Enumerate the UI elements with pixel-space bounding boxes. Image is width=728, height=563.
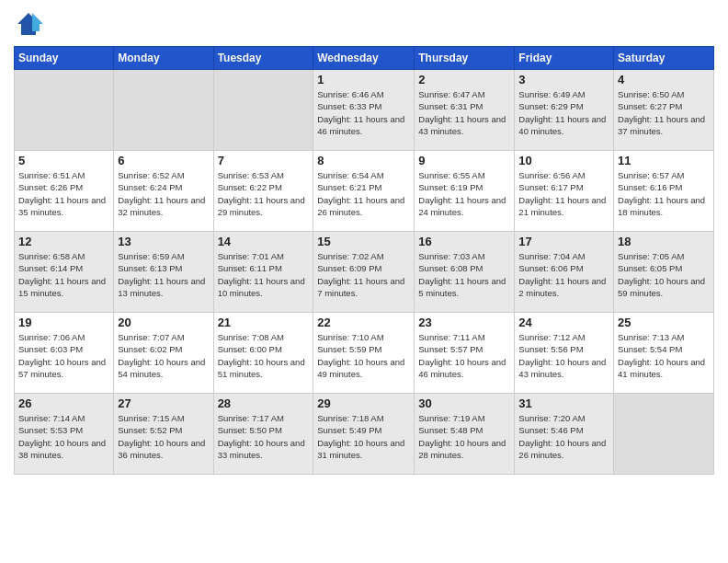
day-number: 1	[317, 73, 410, 86]
calendar-week-row-3: 12Sunrise: 6:58 AM Sunset: 6:14 PM Dayli…	[15, 232, 714, 313]
day-info: Sunrise: 7:08 AM Sunset: 6:00 PM Dayligh…	[218, 331, 310, 380]
day-info: Sunrise: 7:02 AM Sunset: 6:09 PM Dayligh…	[317, 250, 410, 299]
day-number: 16	[418, 235, 510, 248]
calendar-cell: 26Sunrise: 7:14 AM Sunset: 5:53 PM Dayli…	[15, 394, 114, 475]
day-info: Sunrise: 7:13 AM Sunset: 5:54 PM Dayligh…	[618, 331, 710, 380]
calendar-header-saturday: Saturday	[614, 47, 714, 70]
logo	[14, 9, 47, 39]
day-info: Sunrise: 6:47 AM Sunset: 6:31 PM Dayligh…	[418, 88, 510, 137]
calendar-cell: 7Sunrise: 6:53 AM Sunset: 6:22 PM Daylig…	[213, 151, 313, 232]
calendar-cell	[213, 70, 313, 151]
calendar-cell: 15Sunrise: 7:02 AM Sunset: 6:09 PM Dayli…	[313, 232, 415, 313]
calendar-cell: 16Sunrise: 7:03 AM Sunset: 6:08 PM Dayli…	[415, 232, 515, 313]
calendar-cell: 10Sunrise: 6:56 AM Sunset: 6:17 PM Dayli…	[515, 151, 614, 232]
day-info: Sunrise: 7:15 AM Sunset: 5:52 PM Dayligh…	[118, 412, 209, 461]
calendar-cell: 9Sunrise: 6:55 AM Sunset: 6:19 PM Daylig…	[415, 151, 515, 232]
calendar-header-thursday: Thursday	[415, 47, 515, 70]
calendar-cell: 25Sunrise: 7:13 AM Sunset: 5:54 PM Dayli…	[614, 313, 714, 394]
calendar-cell: 22Sunrise: 7:10 AM Sunset: 5:59 PM Dayli…	[313, 313, 415, 394]
calendar-week-row-1: 1Sunrise: 6:46 AM Sunset: 6:33 PM Daylig…	[15, 70, 714, 151]
day-number: 29	[317, 396, 410, 410]
calendar-week-row-5: 26Sunrise: 7:14 AM Sunset: 5:53 PM Dayli…	[15, 394, 714, 475]
day-number: 2	[418, 73, 510, 86]
day-number: 30	[418, 396, 510, 410]
calendar-cell: 24Sunrise: 7:12 AM Sunset: 5:56 PM Dayli…	[515, 313, 614, 394]
calendar-cell: 28Sunrise: 7:17 AM Sunset: 5:50 PM Dayli…	[213, 394, 313, 475]
day-number: 3	[518, 73, 609, 86]
day-number: 26	[18, 396, 109, 410]
header	[14, 9, 714, 39]
day-info: Sunrise: 7:04 AM Sunset: 6:06 PM Dayligh…	[518, 250, 609, 299]
calendar-cell: 11Sunrise: 6:57 AM Sunset: 6:16 PM Dayli…	[614, 151, 714, 232]
day-info: Sunrise: 7:10 AM Sunset: 5:59 PM Dayligh…	[317, 331, 410, 380]
day-number: 28	[218, 396, 310, 410]
day-number: 21	[218, 316, 310, 329]
calendar-cell: 8Sunrise: 6:54 AM Sunset: 6:21 PM Daylig…	[313, 151, 415, 232]
day-info: Sunrise: 6:54 AM Sunset: 6:21 PM Dayligh…	[317, 169, 410, 218]
calendar-cell: 23Sunrise: 7:11 AM Sunset: 5:57 PM Dayli…	[415, 313, 515, 394]
calendar-cell: 6Sunrise: 6:52 AM Sunset: 6:24 PM Daylig…	[114, 151, 213, 232]
day-info: Sunrise: 6:46 AM Sunset: 6:33 PM Dayligh…	[317, 88, 410, 137]
day-number: 7	[218, 154, 310, 167]
calendar-cell	[15, 70, 114, 151]
day-number: 14	[218, 235, 310, 248]
calendar-week-row-2: 5Sunrise: 6:51 AM Sunset: 6:26 PM Daylig…	[15, 151, 714, 232]
day-number: 11	[618, 154, 710, 167]
calendar-cell	[614, 394, 714, 475]
calendar-cell: 12Sunrise: 6:58 AM Sunset: 6:14 PM Dayli…	[15, 232, 114, 313]
day-info: Sunrise: 6:53 AM Sunset: 6:22 PM Dayligh…	[218, 169, 310, 218]
day-number: 19	[18, 316, 109, 329]
calendar-cell: 2Sunrise: 6:47 AM Sunset: 6:31 PM Daylig…	[415, 70, 515, 151]
day-number: 18	[618, 235, 710, 248]
day-info: Sunrise: 7:06 AM Sunset: 6:03 PM Dayligh…	[18, 331, 109, 380]
day-number: 6	[118, 154, 209, 167]
day-number: 22	[317, 316, 410, 329]
day-number: 5	[18, 154, 109, 167]
day-number: 17	[518, 235, 609, 248]
day-number: 27	[118, 396, 209, 410]
day-info: Sunrise: 6:51 AM Sunset: 6:26 PM Dayligh…	[18, 169, 109, 218]
calendar-week-row-4: 19Sunrise: 7:06 AM Sunset: 6:03 PM Dayli…	[15, 313, 714, 394]
day-number: 4	[618, 73, 710, 86]
calendar-cell: 20Sunrise: 7:07 AM Sunset: 6:02 PM Dayli…	[114, 313, 213, 394]
day-info: Sunrise: 7:05 AM Sunset: 6:05 PM Dayligh…	[618, 250, 710, 299]
day-number: 15	[317, 235, 410, 248]
calendar-cell: 14Sunrise: 7:01 AM Sunset: 6:11 PM Dayli…	[213, 232, 313, 313]
calendar-cell: 30Sunrise: 7:19 AM Sunset: 5:48 PM Dayli…	[415, 394, 515, 475]
calendar-table: SundayMondayTuesdayWednesdayThursdayFrid…	[14, 46, 714, 475]
calendar-cell: 17Sunrise: 7:04 AM Sunset: 6:06 PM Dayli…	[515, 232, 614, 313]
calendar-cell: 19Sunrise: 7:06 AM Sunset: 6:03 PM Dayli…	[15, 313, 114, 394]
calendar-header-wednesday: Wednesday	[313, 47, 415, 70]
calendar-cell: 27Sunrise: 7:15 AM Sunset: 5:52 PM Dayli…	[114, 394, 213, 475]
day-info: Sunrise: 6:49 AM Sunset: 6:29 PM Dayligh…	[518, 88, 609, 137]
day-number: 20	[118, 316, 209, 329]
day-number: 23	[418, 316, 510, 329]
day-info: Sunrise: 6:56 AM Sunset: 6:17 PM Dayligh…	[518, 169, 609, 218]
day-number: 12	[18, 235, 109, 248]
calendar-cell: 5Sunrise: 6:51 AM Sunset: 6:26 PM Daylig…	[15, 151, 114, 232]
logo-icon	[14, 9, 43, 39]
calendar-header-row: SundayMondayTuesdayWednesdayThursdayFrid…	[15, 47, 714, 70]
calendar-cell: 29Sunrise: 7:18 AM Sunset: 5:49 PM Dayli…	[313, 394, 415, 475]
day-info: Sunrise: 7:01 AM Sunset: 6:11 PM Dayligh…	[218, 250, 310, 299]
calendar-header-monday: Monday	[114, 47, 213, 70]
day-info: Sunrise: 6:58 AM Sunset: 6:14 PM Dayligh…	[18, 250, 109, 299]
day-info: Sunrise: 7:18 AM Sunset: 5:49 PM Dayligh…	[317, 412, 410, 461]
day-number: 10	[518, 154, 609, 167]
page-container: SundayMondayTuesdayWednesdayThursdayFrid…	[0, 0, 728, 479]
calendar-cell: 3Sunrise: 6:49 AM Sunset: 6:29 PM Daylig…	[515, 70, 614, 151]
day-number: 13	[118, 235, 209, 248]
day-info: Sunrise: 6:57 AM Sunset: 6:16 PM Dayligh…	[618, 169, 710, 218]
calendar-cell: 21Sunrise: 7:08 AM Sunset: 6:00 PM Dayli…	[213, 313, 313, 394]
calendar-header-tuesday: Tuesday	[213, 47, 313, 70]
calendar-header-sunday: Sunday	[15, 47, 114, 70]
day-info: Sunrise: 6:52 AM Sunset: 6:24 PM Dayligh…	[118, 169, 209, 218]
day-info: Sunrise: 7:20 AM Sunset: 5:46 PM Dayligh…	[518, 412, 609, 461]
day-number: 9	[418, 154, 510, 167]
calendar-cell: 18Sunrise: 7:05 AM Sunset: 6:05 PM Dayli…	[614, 232, 714, 313]
day-number: 25	[618, 316, 710, 329]
day-number: 31	[518, 396, 609, 410]
calendar-cell: 13Sunrise: 6:59 AM Sunset: 6:13 PM Dayli…	[114, 232, 213, 313]
calendar-header-friday: Friday	[515, 47, 614, 70]
day-info: Sunrise: 7:19 AM Sunset: 5:48 PM Dayligh…	[418, 412, 510, 461]
